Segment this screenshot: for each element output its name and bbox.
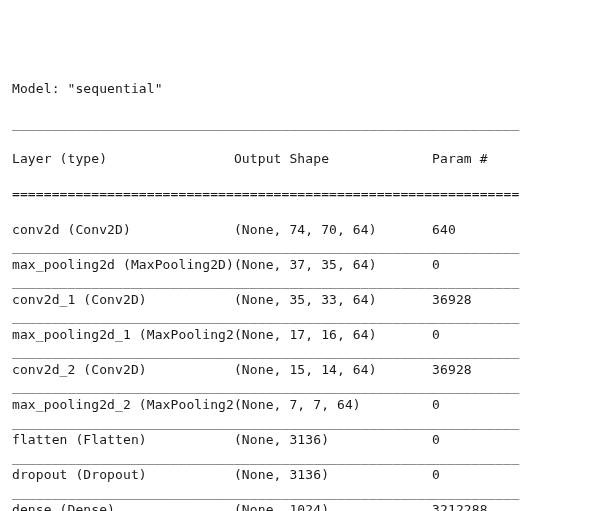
divider-underscore: ________________________________________… xyxy=(12,378,577,396)
divider-underscore: ________________________________________… xyxy=(12,115,577,133)
divider-underscore: ________________________________________… xyxy=(12,308,577,326)
divider-underscore: ________________________________________… xyxy=(12,484,577,502)
layer-row: conv2d (Conv2D) (None, 74, 70, 64) 640 xyxy=(12,221,577,239)
divider-underscore: ________________________________________… xyxy=(12,238,577,256)
layer-row: max_pooling2d_2 (MaxPooling2(None, 7, 7,… xyxy=(12,396,577,414)
header-row: Layer (type) Output Shape Param # xyxy=(12,150,577,168)
layer-row: dense (Dense) (None, 1024) 3212288 xyxy=(12,501,577,511)
layer-row: conv2d_2 (Conv2D) (None, 15, 14, 64) 369… xyxy=(12,361,577,379)
layer-row: flatten (Flatten) (None, 3136) 0 xyxy=(12,431,577,449)
divider-underscore: ________________________________________… xyxy=(12,414,577,432)
divider-underscore: ________________________________________… xyxy=(12,343,577,361)
layer-row: dropout (Dropout) (None, 3136) 0 xyxy=(12,466,577,484)
divider-underscore: ________________________________________… xyxy=(12,273,577,291)
layer-row: conv2d_1 (Conv2D) (None, 35, 33, 64) 369… xyxy=(12,291,577,309)
layer-row: max_pooling2d_1 (MaxPooling2(None, 17, 1… xyxy=(12,326,577,344)
divider-equals: ========================================… xyxy=(12,185,577,203)
model-name-line: Model: "sequential" xyxy=(12,80,577,98)
layer-row: max_pooling2d (MaxPooling2D)(None, 37, 3… xyxy=(12,256,577,274)
divider-underscore: ________________________________________… xyxy=(12,449,577,467)
